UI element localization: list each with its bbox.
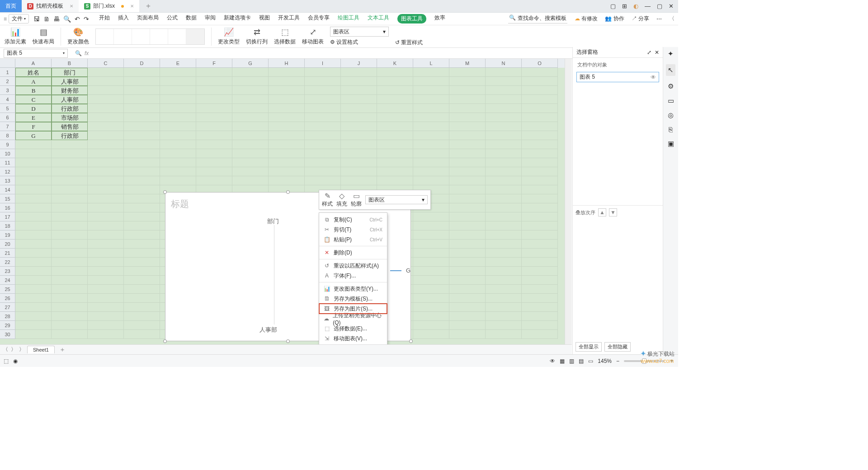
- cell[interactable]: [486, 86, 522, 95]
- cell[interactable]: [522, 221, 558, 230]
- cell[interactable]: [88, 258, 124, 267]
- clipboard-icon[interactable]: ▭: [668, 97, 674, 105]
- cell[interactable]: [486, 221, 522, 230]
- column-headers[interactable]: ABCDEFGHIJKLMNO: [15, 59, 572, 68]
- cell[interactable]: [52, 140, 88, 149]
- cell[interactable]: [377, 149, 413, 158]
- cell[interactable]: [413, 321, 449, 330]
- cell[interactable]: [449, 86, 486, 95]
- cell[interactable]: [88, 221, 124, 230]
- cell[interactable]: [522, 330, 558, 339]
- row-header[interactable]: 23: [0, 267, 15, 276]
- row-header[interactable]: 19: [0, 230, 15, 240]
- cell[interactable]: [160, 122, 196, 131]
- cell[interactable]: [486, 330, 522, 339]
- cell[interactable]: [413, 303, 449, 312]
- cell[interactable]: [341, 167, 377, 176]
- send-backward-button[interactable]: ▼: [609, 208, 617, 216]
- cell[interactable]: [522, 285, 558, 294]
- cell[interactable]: [196, 104, 232, 113]
- cell[interactable]: [341, 113, 377, 122]
- cell[interactable]: [160, 104, 196, 113]
- select-all-corner[interactable]: [0, 59, 15, 68]
- redo-icon[interactable]: ↷: [84, 15, 89, 23]
- row-header[interactable]: 9: [0, 140, 15, 149]
- cell[interactable]: [449, 321, 486, 330]
- cell[interactable]: [88, 294, 124, 303]
- save-icon[interactable]: 🖫: [33, 15, 40, 23]
- cell[interactable]: [196, 158, 232, 167]
- cell[interactable]: [88, 194, 124, 203]
- cloud-pending[interactable]: ☁ 有修改: [575, 15, 598, 23]
- cell[interactable]: [88, 131, 124, 140]
- cell[interactable]: [305, 122, 341, 131]
- cell[interactable]: [269, 122, 305, 131]
- selection-item[interactable]: 图表 5👁: [576, 72, 659, 82]
- col-header[interactable]: C: [88, 59, 124, 68]
- tab-document[interactable]: S 部门.xlsx ✕: [79, 0, 139, 12]
- cell[interactable]: [486, 294, 522, 303]
- cell[interactable]: [486, 149, 522, 158]
- cell[interactable]: [88, 203, 124, 212]
- cell[interactable]: [88, 185, 124, 194]
- view-normal-icon[interactable]: ▦: [560, 358, 565, 364]
- cell[interactable]: [196, 140, 232, 149]
- cell[interactable]: [232, 113, 269, 122]
- cell[interactable]: [124, 249, 160, 258]
- cell[interactable]: [88, 249, 124, 258]
- cell[interactable]: [522, 167, 558, 176]
- cell[interactable]: [124, 113, 160, 122]
- cell[interactable]: [413, 258, 449, 267]
- cell[interactable]: [341, 176, 377, 185]
- row-header[interactable]: 22: [0, 258, 15, 267]
- cell[interactable]: [305, 86, 341, 95]
- tab-efficiency[interactable]: 效率: [434, 14, 445, 24]
- new-tab-button[interactable]: ＋: [139, 0, 157, 12]
- cell[interactable]: [522, 131, 558, 140]
- cell[interactable]: [341, 86, 377, 95]
- row-header[interactable]: 8: [0, 131, 15, 140]
- cell[interactable]: [449, 185, 486, 194]
- cell[interactable]: 市场部: [52, 113, 88, 122]
- menu-item[interactable]: ↺重设以匹配样式(A): [319, 261, 387, 271]
- cell[interactable]: [305, 176, 341, 185]
- cell[interactable]: [522, 176, 558, 185]
- col-header[interactable]: A: [15, 59, 52, 68]
- close-icon[interactable]: ✕: [70, 4, 73, 9]
- row-header[interactable]: 14: [0, 185, 15, 194]
- view-break-icon[interactable]: ▤: [579, 358, 584, 364]
- cell[interactable]: [124, 276, 160, 285]
- cell[interactable]: [52, 149, 88, 158]
- cell[interactable]: [413, 240, 449, 249]
- name-box[interactable]: 图表 5▾: [4, 49, 68, 58]
- cell[interactable]: [196, 77, 232, 86]
- cell[interactable]: [15, 167, 52, 176]
- cell[interactable]: [413, 230, 449, 240]
- backup-icon[interactable]: ▣: [668, 140, 674, 148]
- user-icon[interactable]: ◐: [633, 3, 638, 9]
- cell[interactable]: [269, 86, 305, 95]
- cell[interactable]: [449, 194, 486, 203]
- row-header[interactable]: 24: [0, 276, 15, 285]
- cell[interactable]: [52, 230, 88, 240]
- cell[interactable]: 部门: [52, 68, 88, 77]
- cell[interactable]: [486, 203, 522, 212]
- cell[interactable]: [15, 312, 52, 321]
- cell[interactable]: [486, 176, 522, 185]
- cell[interactable]: [52, 203, 88, 212]
- cell[interactable]: E: [15, 113, 52, 122]
- cell[interactable]: [522, 140, 558, 149]
- cell[interactable]: C: [15, 95, 52, 104]
- cell[interactable]: [413, 140, 449, 149]
- mini-fill-button[interactable]: ◇填充: [336, 192, 347, 208]
- cell[interactable]: [449, 176, 486, 185]
- cell[interactable]: [413, 212, 449, 221]
- cell[interactable]: [449, 104, 486, 113]
- cell[interactable]: [52, 330, 88, 339]
- cell[interactable]: [124, 285, 160, 294]
- col-header[interactable]: O: [522, 59, 558, 68]
- col-header[interactable]: H: [269, 59, 305, 68]
- undo-icon[interactable]: ↶: [75, 15, 80, 23]
- cell[interactable]: [88, 86, 124, 95]
- cell[interactable]: [522, 68, 558, 77]
